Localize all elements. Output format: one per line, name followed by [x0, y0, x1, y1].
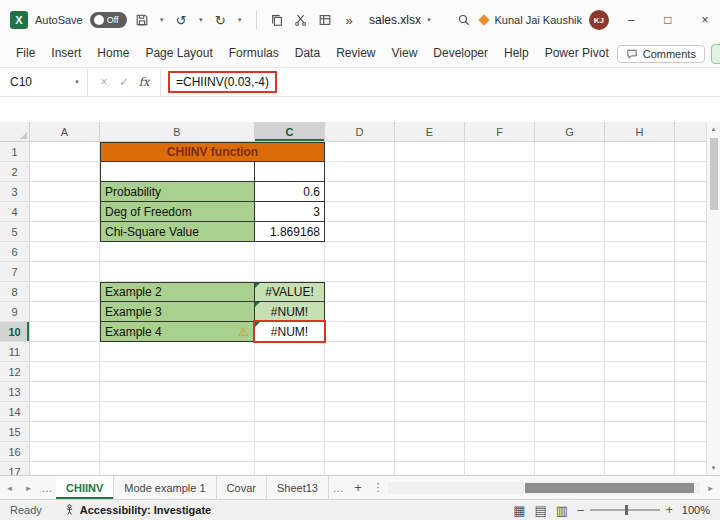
ribbon-tab-file[interactable]: File [8, 40, 43, 67]
cell-H10[interactable] [605, 322, 675, 342]
row-header-3[interactable]: 3 [0, 182, 30, 202]
ribbon-tab-help[interactable]: Help [496, 40, 537, 67]
cell-C5[interactable]: 1.869168 [255, 222, 325, 242]
cell-F4[interactable] [465, 202, 535, 222]
cell-H3[interactable] [605, 182, 675, 202]
ribbon-tab-view[interactable]: View [384, 40, 426, 67]
cell-C13[interactable] [255, 382, 325, 402]
cell-G14[interactable] [535, 402, 605, 422]
column-header-H[interactable]: H [605, 122, 675, 142]
row-header-17[interactable]: 17 [0, 462, 30, 475]
scroll-up-icon[interactable]: ▴ [707, 122, 720, 136]
cell-A14[interactable] [30, 402, 100, 422]
cell-F1[interactable] [465, 142, 535, 162]
cell-G15[interactable] [535, 422, 605, 442]
cell-C11[interactable] [255, 342, 325, 362]
scroll-right-icon[interactable]: ▸ [701, 476, 720, 499]
select-all-corner[interactable] [0, 122, 30, 142]
column-header-B[interactable]: B [100, 122, 255, 142]
cell-G8[interactable] [535, 282, 605, 302]
row-header-2[interactable]: 2 [0, 162, 30, 182]
cell-G10[interactable] [535, 322, 605, 342]
document-title[interactable]: sales.xlsx [369, 13, 421, 27]
cell-C17[interactable] [255, 462, 325, 475]
cell-B15[interactable] [100, 422, 255, 442]
cell-G13[interactable] [535, 382, 605, 402]
horizontal-scrollbar[interactable] [387, 476, 701, 499]
sheet-tab-sheet13[interactable]: Sheet13 [267, 476, 329, 499]
cell-A13[interactable] [30, 382, 100, 402]
cell-B1[interactable]: CHIINV function [100, 142, 325, 162]
cell-C2[interactable] [255, 162, 325, 182]
cell-G2[interactable] [535, 162, 605, 182]
cell-D7[interactable] [325, 262, 395, 282]
cell-E8[interactable] [395, 282, 465, 302]
cell-A4[interactable] [30, 202, 100, 222]
zoom-out-icon[interactable]: – [577, 503, 584, 517]
column-header-D[interactable]: D [325, 122, 395, 142]
cell-A8[interactable] [30, 282, 100, 302]
cell-D11[interactable] [325, 342, 395, 362]
cell-D5[interactable] [325, 222, 395, 242]
cell-G5[interactable] [535, 222, 605, 242]
cell-A3[interactable] [30, 182, 100, 202]
row-header-1[interactable]: 1 [0, 142, 30, 162]
cell-G12[interactable] [535, 362, 605, 382]
cell-B11[interactable] [100, 342, 255, 362]
cell-H8[interactable] [605, 282, 675, 302]
cell-G3[interactable] [535, 182, 605, 202]
cell-H5[interactable] [605, 222, 675, 242]
cell-B8[interactable]: Example 2 [100, 282, 255, 302]
cell-F7[interactable] [465, 262, 535, 282]
cell-C16[interactable] [255, 442, 325, 462]
cell-A5[interactable] [30, 222, 100, 242]
undo-dropdown-icon[interactable]: ▾ [197, 16, 205, 24]
copy-icon[interactable] [269, 11, 286, 29]
sheet-tab-chiinv[interactable]: CHIINV [56, 476, 114, 499]
cancel-entry-icon[interactable]: × [94, 75, 114, 89]
cell-D3[interactable] [325, 182, 395, 202]
enter-entry-icon[interactable]: ✓ [114, 75, 134, 89]
undo-icon[interactable]: ↺ [173, 11, 190, 29]
cell-C9[interactable]: #NUM! [255, 302, 325, 322]
row-header-5[interactable]: 5 [0, 222, 30, 242]
zoom-level[interactable]: 100% [682, 504, 710, 516]
cell-H2[interactable] [605, 162, 675, 182]
cell-H13[interactable] [605, 382, 675, 402]
sheet-nav-left-icon[interactable]: ◂ [0, 476, 19, 499]
vertical-scrollbar[interactable]: ▴ ▾ [706, 122, 720, 475]
cell-B4[interactable]: Deg of Freedom [100, 202, 255, 222]
table-icon[interactable] [317, 11, 334, 29]
cell-D14[interactable] [325, 402, 395, 422]
row-header-12[interactable]: 12 [0, 362, 30, 382]
cell-F16[interactable] [465, 442, 535, 462]
cell-E2[interactable] [395, 162, 465, 182]
cell-H11[interactable] [605, 342, 675, 362]
more-commands-icon[interactable]: » [341, 11, 358, 29]
cell-F15[interactable] [465, 422, 535, 442]
cell-A7[interactable] [30, 262, 100, 282]
save-icon[interactable] [134, 11, 151, 29]
cell-D2[interactable] [325, 162, 395, 182]
minimize-button[interactable]: – [616, 0, 646, 40]
cell-H12[interactable] [605, 362, 675, 382]
ribbon-tab-review[interactable]: Review [328, 40, 383, 67]
cell-E9[interactable] [395, 302, 465, 322]
save-dropdown-icon[interactable]: ▾ [158, 16, 166, 24]
share-button[interactable] [711, 44, 720, 64]
cell-A1[interactable] [30, 142, 100, 162]
cell-F5[interactable] [465, 222, 535, 242]
cell-E6[interactable] [395, 242, 465, 262]
sheet-tab-covar[interactable]: Covar [217, 476, 267, 499]
cell-E4[interactable] [395, 202, 465, 222]
cell-E1[interactable] [395, 142, 465, 162]
cell-G1[interactable] [535, 142, 605, 162]
normal-view-icon[interactable]: ▦ [513, 504, 525, 517]
row-header-8[interactable]: 8 [0, 282, 30, 302]
page-layout-view-icon[interactable]: ▤ [535, 504, 547, 517]
ribbon-tab-developer[interactable]: Developer [425, 40, 496, 67]
cut-icon[interactable] [293, 11, 310, 29]
cell-H16[interactable] [605, 442, 675, 462]
cell-D9[interactable] [325, 302, 395, 322]
cell-E7[interactable] [395, 262, 465, 282]
